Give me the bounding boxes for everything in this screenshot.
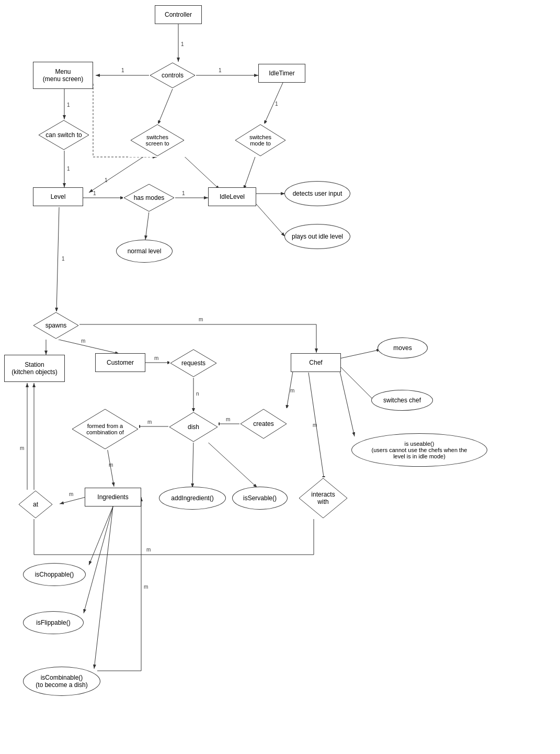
moves-label: moves — [393, 344, 412, 352]
formedFrom-node: formed from acombination of — [71, 408, 139, 450]
controls-label: controls — [162, 72, 184, 79]
customer-label: Customer — [107, 359, 134, 366]
idleTimer-label: IdleTimer — [269, 70, 295, 77]
controller-node: Controller — [155, 5, 202, 24]
interactsWith-node: interactswith — [298, 477, 348, 519]
isCombinable-label: isCombinable()(to become a dish) — [36, 674, 87, 689]
moves-node: moves — [378, 337, 428, 358]
idleLevel-node: IdleLevel — [208, 187, 256, 206]
controller-label: Controller — [165, 11, 192, 18]
playsOutIdleLevel-label: plays out idle level — [292, 233, 343, 240]
spawns-node: spawns — [32, 311, 79, 340]
idleTimer-node: IdleTimer — [258, 64, 305, 83]
requests-node: requests — [169, 348, 218, 378]
controls-node: controls — [149, 62, 196, 89]
dish-node: dish — [168, 411, 219, 443]
switchesScreenTo-node: switchesscreen to — [130, 123, 185, 157]
switchesChef-node: switches chef — [371, 390, 433, 411]
chef-node: Chef — [291, 353, 341, 372]
detectsUserInput-node: detects user input — [284, 181, 350, 206]
addIngredient-label: addIngredient() — [171, 494, 213, 502]
switchesModeTo-label: switchesmode to — [249, 134, 271, 147]
hasModes-node: has modes — [123, 183, 175, 212]
at-label: at — [33, 501, 38, 508]
formedFrom-label: formed from acombination of — [86, 423, 124, 435]
switchesScreenTo-label: switchesscreen to — [145, 134, 169, 147]
at-node: at — [18, 490, 53, 519]
station-label: Station(kitchen objects) — [12, 361, 57, 376]
isChoppable-node: isChoppable() — [23, 563, 86, 586]
normalLevel-label: normal level — [128, 247, 162, 255]
level-label: Level — [51, 193, 66, 200]
svg-text:1: 1 — [121, 67, 124, 73]
canSwitchTo-label: can switch to — [45, 131, 82, 139]
menu-label: Menu(menu screen) — [43, 68, 83, 83]
playsOutIdleLevel-node: plays out idle level — [284, 224, 350, 249]
addIngredient-node: addIngredient() — [159, 487, 226, 510]
isFlippable-node: isFlippable() — [23, 611, 84, 634]
menu-node: Menu(menu screen) — [33, 62, 93, 89]
interactsWith-label: interactswith — [311, 491, 335, 505]
ingredients-node: Ingredients — [85, 488, 141, 507]
spawns-label: spawns — [45, 322, 67, 329]
chef-label: Chef — [309, 359, 322, 366]
requests-label: requests — [181, 359, 205, 367]
canSwitchTo-node: can switch to — [38, 119, 90, 151]
idleLevel-label: IdleLevel — [220, 193, 245, 200]
detectsUserInput-label: detects user input — [293, 190, 342, 197]
level-node: Level — [33, 187, 83, 206]
isChoppable-label: isChoppable() — [35, 571, 74, 578]
isFlippable-label: isFlippable() — [36, 619, 70, 626]
switchesChef-label: switches chef — [383, 397, 421, 404]
dish-label: dish — [188, 423, 199, 431]
customer-node: Customer — [95, 353, 145, 372]
station-node: Station(kitchen objects) — [4, 355, 65, 382]
svg-text:1: 1 — [181, 41, 184, 47]
isServable-label: isServable() — [243, 494, 277, 502]
normalLevel-node: normal level — [116, 240, 173, 263]
svg-text:m: m — [20, 445, 24, 451]
isServable-node: isServable() — [232, 487, 288, 510]
hasModes-label: has modes — [134, 194, 165, 201]
creates-label: creates — [253, 420, 273, 427]
isCombinable-node: isCombinable()(to become a dish) — [23, 667, 100, 696]
svg-text:1: 1 — [67, 102, 70, 108]
ingredients-label: Ingredients — [97, 493, 128, 501]
creates-node: creates — [239, 408, 288, 440]
switchesModeTo-node: switchesmode to — [234, 123, 287, 157]
